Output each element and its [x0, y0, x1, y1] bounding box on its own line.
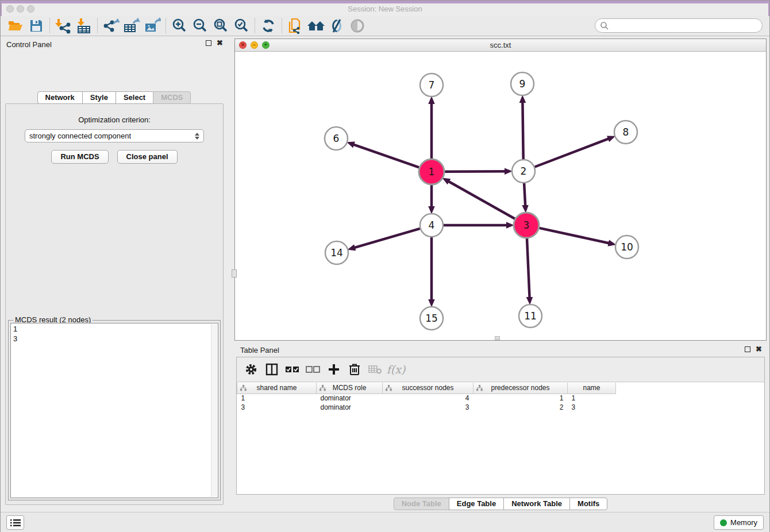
float-table-panel-icon[interactable]	[745, 346, 750, 352]
eye-disabled-icon[interactable]	[347, 17, 368, 34]
delete-columns-icon[interactable]	[346, 361, 363, 378]
svg-text:15: 15	[425, 313, 438, 324]
export-network-icon[interactable]	[101, 17, 121, 34]
zoom-out-icon[interactable]	[190, 17, 210, 34]
result-scrollbar[interactable]	[211, 324, 217, 497]
toolbar-separator	[282, 18, 282, 33]
edge-3-10[interactable]	[539, 228, 609, 243]
close-panel-icon[interactable]: ✖	[217, 40, 223, 46]
save-icon[interactable]	[26, 17, 47, 34]
node-15[interactable]: 15	[420, 307, 443, 330]
node-7[interactable]: 7	[420, 74, 443, 97]
edge-2-9[interactable]	[522, 102, 523, 159]
tab-network-table[interactable]: Network Table	[503, 498, 570, 510]
toolbar-separator	[255, 18, 255, 33]
task-list-button[interactable]	[6, 515, 24, 530]
edge-2-3[interactable]	[524, 183, 525, 206]
table-panel-title: Table Panel	[240, 346, 279, 354]
criterion-select[interactable]: strongly connected component	[25, 129, 204, 142]
node-11[interactable]: 11	[519, 304, 542, 327]
node-8[interactable]: 8	[614, 121, 637, 144]
select-stepper-icon	[195, 133, 199, 140]
refresh-icon[interactable]	[258, 17, 279, 34]
close-table-panel-icon[interactable]: ✖	[756, 346, 762, 352]
select-all-icon[interactable]	[284, 361, 301, 378]
tab-network[interactable]: Network	[37, 91, 83, 104]
window-title: Session: New Session	[2, 5, 768, 13]
edge-4-14[interactable]	[355, 229, 420, 248]
column-header-name[interactable]: name	[568, 383, 616, 394]
node-14[interactable]: 14	[325, 241, 348, 264]
column-header-shared-name[interactable]: shared name	[237, 383, 317, 394]
edge-1-2[interactable]	[445, 171, 505, 172]
node-3[interactable]: 3	[514, 213, 539, 238]
tab-select[interactable]: Select	[116, 91, 153, 104]
tab-node-table[interactable]: Node Table	[394, 498, 449, 510]
divider-grip[interactable]	[232, 269, 237, 277]
close-panel-button[interactable]: Close panel	[117, 150, 178, 164]
tab-edge-table[interactable]: Edge Table	[449, 498, 504, 510]
node-4[interactable]: 4	[420, 214, 443, 237]
hierarchy-icon	[319, 385, 326, 391]
network-canvas[interactable]: 1234678910111415	[235, 52, 766, 340]
import-network-icon[interactable]	[53, 17, 74, 34]
node-6[interactable]: 6	[325, 127, 348, 150]
tab-mcds[interactable]: MCDS	[153, 91, 191, 104]
add-column-icon[interactable]	[325, 361, 342, 378]
memory-button[interactable]: Memory	[714, 515, 764, 530]
import-table-icon[interactable]	[74, 17, 94, 34]
deselect-all-icon[interactable]	[305, 361, 322, 378]
network-window-title: scc.txt	[235, 41, 766, 49]
svg-text:6: 6	[333, 133, 340, 144]
table-panel: Table Panel ✖	[234, 342, 767, 512]
list-icon	[10, 519, 21, 527]
edge-1-6[interactable]	[353, 145, 419, 168]
control-panel-title: Control Panel	[6, 40, 52, 49]
zoom-in-icon[interactable]	[169, 17, 190, 34]
mcds-result-group: MCDS result (2 nodes) 1 3	[8, 320, 221, 500]
tab-style[interactable]: Style	[82, 91, 116, 104]
edge-3-1[interactable]	[449, 182, 515, 219]
zoom-fit-icon[interactable]	[210, 17, 231, 34]
search-input[interactable]	[609, 20, 762, 32]
run-mcds-button[interactable]: Run MCDS	[51, 150, 108, 164]
eye-slash-icon[interactable]	[326, 17, 347, 34]
node-2[interactable]: 2	[512, 160, 535, 183]
hierarchy-icon	[386, 385, 392, 391]
edge-3-11[interactable]	[527, 238, 530, 298]
column-header-MCDS-role[interactable]: MCDS role	[317, 383, 383, 394]
main-toolbar	[1, 16, 769, 36]
memory-label: Memory	[730, 518, 757, 527]
search-icon	[600, 21, 609, 30]
node-9[interactable]: 9	[511, 72, 534, 95]
mcds-result-box[interactable]: 1 3	[10, 323, 218, 498]
table-row[interactable]: 3dominator323	[237, 403, 616, 412]
mcds-result-text: 1 3	[13, 324, 209, 498]
column-header-predecessor-nodes[interactable]: predecessor nodes	[473, 383, 568, 394]
window-resize-grip[interactable]	[495, 336, 500, 340]
toolbar-separator	[165, 18, 166, 33]
node-10[interactable]: 10	[615, 236, 638, 259]
svg-text:11: 11	[524, 310, 537, 322]
tab-motifs[interactable]: Motifs	[569, 498, 607, 510]
edge-2-8[interactable]	[535, 138, 609, 167]
network-window-titlebar[interactable]: ✕ − + scc.txt	[235, 39, 766, 52]
toolbar-separator	[49, 18, 50, 33]
export-table-icon[interactable]	[121, 17, 142, 34]
panel-divider[interactable]	[228, 36, 234, 512]
node-table: shared nameMCDS rolesuccessor nodesprede…	[237, 383, 764, 494]
open-folder-icon[interactable]	[5, 17, 26, 34]
settings-gear-icon[interactable]	[242, 361, 260, 378]
network-document-icon[interactable]	[285, 17, 306, 34]
show-columns-icon[interactable]	[263, 361, 280, 378]
table-row[interactable]: 1dominator411	[237, 394, 616, 403]
column-header-successor-nodes[interactable]: successor nodes	[383, 383, 473, 394]
svg-text:2: 2	[521, 165, 527, 177]
home-icon[interactable]	[306, 17, 326, 34]
export-image-icon[interactable]	[142, 17, 163, 34]
node-1[interactable]: 1	[419, 159, 444, 184]
svg-text:14: 14	[330, 247, 343, 259]
control-panel-tabs: NetworkStyleSelectMCDS	[1, 91, 228, 104]
float-panel-icon[interactable]	[206, 40, 211, 46]
zoom-selected-icon[interactable]	[231, 17, 252, 34]
